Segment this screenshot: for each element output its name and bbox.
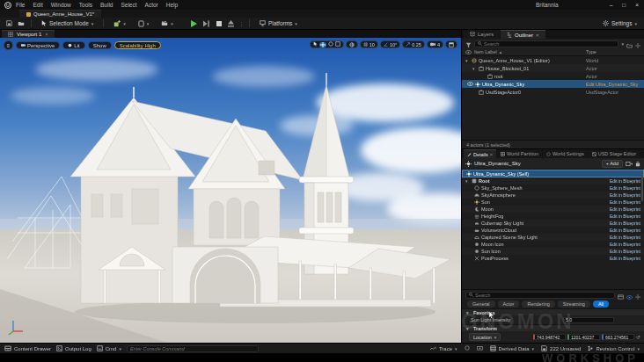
show-dropdown[interactable]: Show — [88, 41, 112, 49]
content-browser-icon[interactable] — [17, 19, 26, 28]
cmd-dropdown[interactable]: Cmd▾ — [97, 345, 121, 351]
viewport-3d-scene[interactable]: ≡ Perspective Lit Show Scalability High — [0, 38, 461, 343]
component-row[interactable]: Moon Icon Edit in Blueprint — [462, 241, 644, 248]
tab-world-partition[interactable]: World Partition — [497, 149, 542, 158]
location-z-input[interactable] — [602, 334, 634, 340]
edit-in-blueprint-link[interactable]: Edit in Blueprint — [610, 228, 640, 233]
camera-speed-control[interactable]: 4 — [427, 40, 443, 48]
cinematics-dropdown[interactable]: ▾ — [157, 18, 178, 28]
console-command-input[interactable] — [130, 346, 255, 351]
outliner-row-selected[interactable]: Ultra_Dynamic_Sky Edit Ultra_Dynamic_Sky — [462, 80, 644, 88]
edit-in-blueprint-link[interactable]: Edit in Blueprint — [610, 199, 640, 205]
lit-dropdown[interactable]: Lit — [62, 41, 84, 49]
reset-to-default-icon[interactable]: ↺ — [636, 334, 640, 340]
select-tool-icon[interactable] — [313, 41, 318, 47]
viewport-tab-close-icon[interactable]: × — [45, 32, 48, 37]
pill-all[interactable]: All — [593, 300, 609, 308]
play-button[interactable] — [190, 19, 199, 28]
component-row[interactable]: VolumetricCloud Edit in Blueprint — [462, 227, 644, 234]
location-x-input[interactable] — [533, 334, 566, 340]
tab-close-icon[interactable]: × — [536, 33, 539, 38]
derived-data-dropdown[interactable]: Derived Data▾ — [490, 345, 535, 351]
browse-asset-icon[interactable] — [626, 161, 633, 167]
menu-select[interactable]: Select — [121, 2, 136, 8]
component-row[interactable]: PostProcess Edit in Blueprint — [462, 255, 644, 262]
component-row[interactable]: Sky_Sphere_Mesh Edit in Blueprint — [462, 185, 644, 192]
play-options-caret[interactable]: ⋮ — [239, 21, 244, 26]
level-tab[interactable]: Queen_Anne_House_V1* — [19, 10, 101, 18]
content-drawer-button[interactable]: Content Drawer — [4, 345, 51, 351]
pill-general[interactable]: General — [467, 300, 495, 308]
world-local-toggle[interactable] — [346, 40, 358, 48]
menu-edit[interactable]: Edit — [33, 2, 42, 8]
scrollbar[interactable] — [641, 171, 643, 201]
column-item-label[interactable]: Item Label — [474, 49, 497, 54]
edit-in-blueprint-link[interactable]: Edit in Blueprint — [610, 178, 640, 184]
component-row[interactable]: Cubemap Sky Light Edit in Blueprint — [462, 220, 644, 227]
screenshot-icon[interactable] — [477, 345, 483, 351]
lock-icon[interactable] — [635, 161, 640, 167]
edit-in-blueprint-link[interactable]: Edit in Blueprint — [610, 235, 640, 240]
grid-snap-toggle[interactable]: 10 — [360, 40, 378, 48]
edit-in-blueprint-link[interactable]: Edit in Blueprint — [610, 192, 640, 198]
viewport-options-button[interactable]: ≡ — [4, 40, 13, 50]
edit-in-blueprint-link[interactable]: Edit in Blueprint — [610, 242, 640, 247]
component-row[interactable]: SkyAtmosphere Edit in Blueprint — [462, 192, 644, 199]
add-actor-dropdown[interactable]: ▾ — [109, 18, 130, 29]
transform-section-header[interactable]: ▾Transform — [462, 324, 644, 331]
menu-help[interactable]: Help — [166, 2, 178, 8]
details-search-box[interactable] — [465, 292, 615, 299]
maximize-button[interactable]: □ — [622, 2, 626, 8]
location-dropdown[interactable]: Location▾ — [469, 333, 501, 341]
favorites-section-header[interactable]: ▾Favorites — [462, 308, 644, 315]
tab-close-icon[interactable]: × — [490, 152, 493, 157]
sun-light-intensity-input[interactable] — [563, 317, 614, 323]
menu-file[interactable]: File — [16, 2, 25, 8]
selection-mode-dropdown[interactable]: Selection Mode▾ — [37, 18, 98, 28]
component-row[interactable]: Sun Edit in Blueprint — [462, 199, 644, 206]
rotate-tool-icon[interactable] — [328, 41, 333, 47]
menu-build[interactable]: Build — [100, 2, 113, 8]
outliner-search-input[interactable] — [484, 41, 615, 47]
skip-frame-button[interactable] — [202, 19, 211, 28]
viewport-tab[interactable]: Viewport 1 × — [2, 30, 55, 38]
component-row[interactable]: ▾ Root Edit in Blueprint — [462, 177, 644, 185]
settings-dropdown[interactable]: Settings▾ — [603, 20, 640, 26]
column-type[interactable]: Type — [586, 49, 640, 54]
menu-tools[interactable]: Tools — [79, 2, 92, 8]
menu-actor[interactable]: Actor — [145, 2, 158, 8]
blueprints-dropdown[interactable]: ▾ — [134, 18, 154, 29]
scalability-badge[interactable]: Scalability High — [114, 41, 161, 49]
component-row-selected[interactable]: Ultra_Dynamic_Sky (Self) — [462, 170, 644, 177]
component-row[interactable]: Moon Edit in Blueprint — [462, 206, 644, 213]
save-icon[interactable] — [4, 19, 13, 28]
revision-control-dropdown[interactable]: Revision Control▾ — [588, 345, 640, 351]
rotation-snap-toggle[interactable]: 10° — [380, 40, 400, 48]
platforms-dropdown[interactable]: Platforms▾ — [255, 18, 302, 28]
outliner-row[interactable]: ▾ Queen_Anne_House_V1 (Editor) World — [462, 56, 644, 64]
edit-in-blueprint-link[interactable]: Edit in Blueprint — [610, 249, 640, 254]
pill-streaming[interactable]: Streaming — [558, 300, 590, 308]
perspective-dropdown[interactable]: Perspective — [16, 41, 60, 49]
component-row[interactable]: Captured Scene Sky Light Edit in Bluepri… — [462, 234, 644, 241]
outliner-row[interactable]: ▾ House_Blockout_01 Actor — [462, 64, 644, 72]
stop-button[interactable] — [215, 19, 223, 28]
edit-in-blueprint-link[interactable]: Edit in Blueprint — [610, 214, 640, 219]
console-command-box[interactable] — [127, 345, 259, 352]
add-component-button[interactable]: + Add — [602, 160, 623, 168]
details-search-input[interactable] — [475, 293, 611, 298]
edit-in-blueprint-link[interactable]: Edit in Blueprint — [610, 206, 640, 212]
output-log-button[interactable]: Output Log — [56, 345, 91, 351]
chevron-down-icon[interactable]: ▾ — [621, 41, 624, 47]
insights-icon[interactable] — [465, 345, 470, 351]
pill-rendering[interactable]: Rendering — [522, 300, 554, 308]
scale-snap-toggle[interactable]: 0.25 — [402, 40, 425, 48]
edit-in-blueprint-link[interactable]: Edit in Blueprint — [610, 185, 640, 191]
component-row[interactable]: Sun Icon Edit in Blueprint — [462, 248, 644, 255]
tab-outliner[interactable]: Outliner × — [501, 30, 545, 39]
close-button[interactable]: × — [635, 2, 639, 8]
eye-icon[interactable] — [467, 82, 473, 86]
unsaved-button[interactable]: 222 Unsaved — [541, 345, 581, 351]
maximize-viewport-button[interactable] — [445, 40, 457, 48]
component-row[interactable]: HeightFog Edit in Blueprint — [462, 213, 644, 220]
